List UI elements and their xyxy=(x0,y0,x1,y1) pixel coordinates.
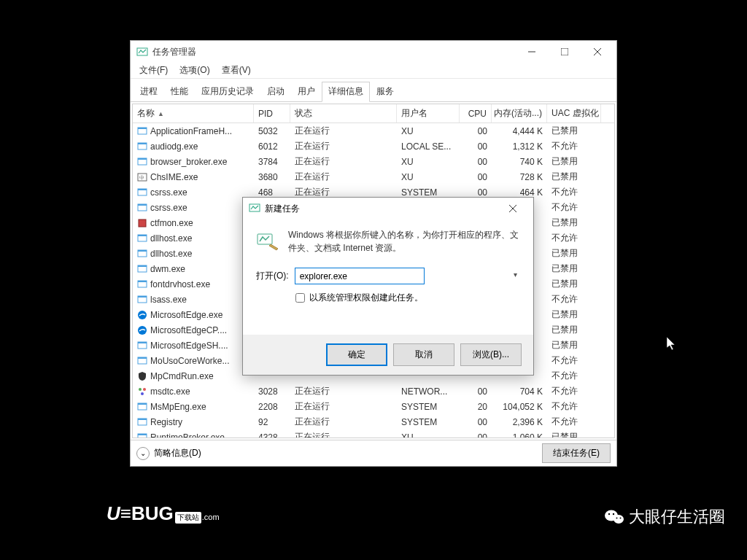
svg-rect-23 xyxy=(138,265,147,267)
table-row[interactable]: browser_broker.exe3784正在运行XU00740 K已禁用 xyxy=(133,154,614,169)
svg-rect-16 xyxy=(138,204,147,206)
process-pid: 3784 xyxy=(254,157,290,167)
menu-options[interactable]: 选项(O) xyxy=(175,63,214,78)
svg-rect-2 xyxy=(561,48,568,55)
process-icon xyxy=(137,279,147,289)
svg-rect-10 xyxy=(138,158,147,160)
col-status[interactable]: 状态 xyxy=(290,104,397,122)
process-uac: 已禁用 xyxy=(547,278,601,290)
title-buttons xyxy=(515,42,614,62)
browse-button[interactable]: 浏览(B)... xyxy=(460,343,522,366)
process-name: csrss.exe xyxy=(150,203,187,213)
svg-rect-33 xyxy=(138,357,147,359)
menu-view[interactable]: 查看(V) xyxy=(217,63,255,78)
dialog-close-button[interactable] xyxy=(498,198,527,219)
process-name: MicrosoftEdgeCP.... xyxy=(150,325,227,335)
process-name: csrss.exe xyxy=(150,187,187,198)
ok-button[interactable]: 确定 xyxy=(326,343,387,366)
titlebar: 任务管理器 xyxy=(131,41,616,63)
tab-users[interactable]: 用户 xyxy=(291,82,322,101)
tab-performance[interactable]: 性能 xyxy=(164,82,195,101)
process-icon xyxy=(137,157,147,167)
process-user: NETWOR... xyxy=(397,386,460,397)
dialog-title: 新建任务 xyxy=(265,203,498,215)
process-memory: 4,444 K xyxy=(492,126,547,136)
col-pid[interactable]: PID xyxy=(254,104,290,122)
close-button[interactable] xyxy=(581,42,614,62)
tab-details[interactable]: 详细信息 xyxy=(322,82,370,102)
process-memory: 464 K xyxy=(492,187,547,198)
process-uac: 已禁用 xyxy=(547,125,601,137)
process-status: 正在运行 xyxy=(290,125,397,137)
col-memory[interactable]: 内存(活动...) xyxy=(492,104,547,122)
process-icon xyxy=(137,371,147,381)
process-icon xyxy=(137,432,147,438)
wechat-icon xyxy=(604,508,624,526)
process-icon xyxy=(137,203,147,213)
col-name[interactable]: 名称▲ xyxy=(133,104,254,122)
process-name: dwm.exe xyxy=(150,264,185,274)
process-name: MsMpEng.exe xyxy=(150,402,206,412)
process-name: msdtc.exe xyxy=(150,386,190,397)
open-input[interactable] xyxy=(295,268,425,284)
process-user: LOCAL SE... xyxy=(397,141,460,152)
process-pid: 2208 xyxy=(254,402,290,412)
process-status: 正在运行 xyxy=(290,431,397,438)
process-uac: 不允许 xyxy=(547,186,601,198)
dialog-message: Windows 将根据你所键入的名称，为你打开相应的程序、文件夹、文档或 Int… xyxy=(288,228,520,254)
process-name: MpCmdRun.exe xyxy=(150,371,214,381)
process-pid: 468 xyxy=(254,187,290,198)
process-icon xyxy=(137,249,147,259)
col-cpu[interactable]: CPU xyxy=(460,104,492,122)
process-memory: 104,052 K xyxy=(492,402,547,412)
process-icon xyxy=(137,402,147,412)
tab-processes[interactable]: 进程 xyxy=(133,82,164,101)
admin-checkbox[interactable] xyxy=(295,293,305,303)
process-user: SYSTEM xyxy=(397,417,460,427)
svg-point-48 xyxy=(614,515,624,524)
col-user[interactable]: 用户名 xyxy=(397,104,460,122)
process-name: MicrosoftEdge.exe xyxy=(150,310,222,320)
end-task-button[interactable]: 结束任务(E) xyxy=(542,443,611,463)
process-cpu: 00 xyxy=(460,432,492,438)
process-uac: 不允许 xyxy=(547,232,601,244)
table-row[interactable]: ApplicationFrameH...5032正在运行XU004,444 K已… xyxy=(133,123,614,139)
table-row[interactable]: Registry92正在运行SYSTEM002,396 K不允许 xyxy=(133,414,614,429)
svg-rect-27 xyxy=(138,296,147,298)
simple-view-toggle[interactable]: ⌄ 简略信息(D) xyxy=(136,447,542,460)
process-memory: 704 K xyxy=(492,386,547,397)
col-uac[interactable]: UAC 虚拟化 xyxy=(547,104,601,122)
cursor-icon xyxy=(667,337,677,355)
cancel-button[interactable]: 取消 xyxy=(393,343,454,366)
process-name: MicrosoftEdgeSH.... xyxy=(150,341,228,351)
maximize-button[interactable] xyxy=(548,42,581,62)
process-name: dllhost.exe xyxy=(150,233,192,244)
process-icon xyxy=(137,386,147,397)
process-uac: 不允许 xyxy=(547,400,601,413)
process-cpu: 00 xyxy=(460,187,492,198)
process-user: SYSTEM xyxy=(397,187,460,198)
watermark-right-text: 大眼仔生活圈 xyxy=(629,506,725,528)
table-row[interactable]: msdtc.exe3028正在运行NETWOR...00704 K不允许 xyxy=(133,384,614,399)
process-name: Registry xyxy=(150,417,182,427)
svg-point-50 xyxy=(613,513,614,515)
taskmgr-icon xyxy=(249,202,260,216)
process-icon: 中 xyxy=(137,172,147,182)
process-name: lsass.exe xyxy=(150,295,187,305)
simple-info-label: 简略信息(D) xyxy=(154,447,201,459)
tab-startup[interactable]: 启动 xyxy=(260,82,291,101)
tab-app-history[interactable]: 应用历史记录 xyxy=(195,82,260,101)
process-user: SYSTEM xyxy=(397,402,460,412)
minimize-button[interactable] xyxy=(515,42,548,62)
table-row[interactable]: audiodg.exe6012正在运行LOCAL SE...001,312 K不… xyxy=(133,139,614,154)
table-row[interactable]: RuntimeBroker.exe4328正在运行XU001,060 K已禁用 xyxy=(133,429,614,438)
process-name: browser_broker.exe xyxy=(150,157,227,167)
menu-file[interactable]: 文件(F) xyxy=(135,63,172,78)
table-row[interactable]: MsMpEng.exe2208正在运行SYSTEM20104,052 K不允许 xyxy=(133,399,614,414)
process-pid: 3028 xyxy=(254,386,290,397)
table-row[interactable]: 中ChsIME.exe3680正在运行XU00728 K已禁用 xyxy=(133,169,614,184)
process-icon xyxy=(137,264,147,274)
tab-services[interactable]: 服务 xyxy=(370,82,400,101)
dropdown-icon[interactable]: ▾ xyxy=(514,271,517,279)
process-status: 正在运行 xyxy=(290,400,397,413)
